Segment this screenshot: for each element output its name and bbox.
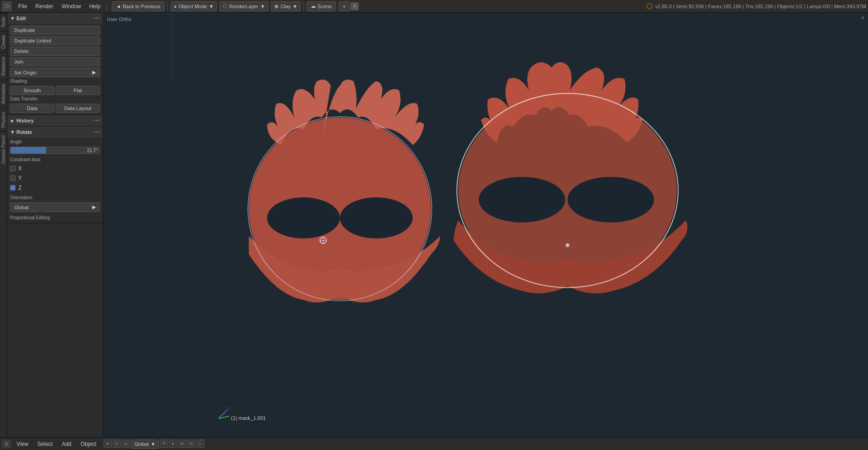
edit-section-header[interactable]: ▼ Edit ⋯ xyxy=(7,13,103,24)
scene-add-button[interactable]: + xyxy=(339,1,350,11)
sidebar-item-relations[interactable]: Relations xyxy=(0,53,7,79)
rotate-section-options[interactable]: ⋯ xyxy=(93,128,100,136)
smooth-button[interactable]: Smooth xyxy=(10,86,54,95)
menu-help[interactable]: Help xyxy=(85,2,104,11)
history-section-header[interactable]: ► History ⋯ xyxy=(7,115,103,126)
duplicate-button[interactable]: Duplicate xyxy=(10,26,100,35)
svg-line-16 xyxy=(219,409,228,418)
chevron-down-icon-3: ▼ xyxy=(293,4,298,9)
clay-icon: ◉ xyxy=(274,3,279,9)
mesh-label: (1) mask_1.001 xyxy=(231,415,266,421)
right-mask xyxy=(454,62,687,293)
orientation-label: Orientation xyxy=(10,195,100,200)
main-area: Tools Create Relations Animation Physics… xyxy=(0,13,868,437)
proportional-icon[interactable]: ◎ xyxy=(122,439,130,448)
axis-indicator: Y X xyxy=(216,407,230,421)
constraint-x-row: X xyxy=(10,164,100,173)
sidebar-item-animation[interactable]: Animation xyxy=(0,79,7,107)
svg-text:X: X xyxy=(230,414,230,418)
left-panel: ▼ Edit ⋯ Duplicate Duplicate Linked Dele… xyxy=(7,13,103,437)
left-mask xyxy=(248,79,440,302)
back-to-previous-button[interactable]: ◄ Back to Previous xyxy=(112,1,164,11)
rotate-section-header[interactable]: ▼ Rotate ⋯ xyxy=(7,127,103,138)
back-icon: ◄ xyxy=(116,4,121,9)
edit-section-title: ▼ Edit xyxy=(10,16,26,21)
separator-2 xyxy=(167,2,168,11)
sidebar-item-grease-pencil[interactable]: Grease Pencil xyxy=(0,131,7,168)
camera-icon[interactable]: ⊟ xyxy=(187,439,195,448)
transform-icon[interactable]: ⊕ xyxy=(104,439,112,448)
menu-window[interactable]: Window xyxy=(58,2,85,11)
data-button[interactable]: Data xyxy=(10,104,54,113)
origin-marker xyxy=(319,236,328,245)
bottom-view-menu[interactable]: View xyxy=(13,440,32,448)
viewport-shading-icon[interactable]: ● xyxy=(169,439,177,448)
sidebar-item-physics[interactable]: Physics xyxy=(0,108,7,131)
render-layer-dropdown[interactable]: ⬡ RenderLayer ▼ xyxy=(220,1,268,11)
overlay-icon[interactable]: ⧉ xyxy=(160,439,168,448)
constraint-x-label: X xyxy=(18,165,22,172)
set-origin-arrow: ▶ xyxy=(92,69,96,75)
join-button[interactable]: Join xyxy=(10,57,100,66)
rotate-section-content: Angle 21.7° Constraint Axis X Y xyxy=(7,138,103,223)
history-section-options[interactable]: ⋯ xyxy=(93,117,100,124)
set-origin-dropdown[interactable]: Set Origin ▶ xyxy=(10,68,100,77)
edit-section: ▼ Edit ⋯ Duplicate Duplicate Linked Dele… xyxy=(7,13,103,115)
history-section-title: ► History xyxy=(10,118,34,123)
viewport-icon[interactable]: ⊞ xyxy=(2,439,11,449)
angle-fill xyxy=(10,147,46,154)
constraint-z-checkbox[interactable] xyxy=(10,185,16,191)
blender-icon[interactable]: ⬡ xyxy=(2,1,12,11)
version-info: ⬡ v2.80.3 | Verts:92,596 | Faces:185,196… xyxy=(646,2,866,11)
data-layout-button[interactable]: Data Layout xyxy=(56,104,100,113)
constraint-x-checkbox[interactable] xyxy=(10,166,16,171)
angle-bar[interactable]: 21.7° xyxy=(10,147,100,154)
bottom-select-menu[interactable]: Select xyxy=(34,440,56,448)
svg-point-8 xyxy=(458,95,677,286)
duplicate-linked-button[interactable]: Duplicate Linked xyxy=(10,36,100,45)
constraint-y-checkbox[interactable] xyxy=(10,175,16,181)
shading-label: Shading: xyxy=(10,79,100,84)
rotate-section-title: ▼ Rotate xyxy=(10,129,32,135)
chevron-down-icon-2: ▼ xyxy=(260,4,265,9)
constraint-z-row: Z xyxy=(10,184,100,192)
constraint-axis-label: Constraint Axis xyxy=(10,157,100,162)
render-icon[interactable]: ▷ xyxy=(196,439,204,448)
global-dropdown[interactable]: Global ▼ xyxy=(131,439,159,449)
bottom-add-menu[interactable]: Add xyxy=(58,440,75,448)
data-transfer-label: Data Transfer: xyxy=(10,96,100,101)
scene-selector[interactable]: ☁ Scene xyxy=(307,1,336,11)
scene-close-button[interactable]: × xyxy=(350,2,359,11)
orientation-dropdown[interactable]: Global ▶ xyxy=(10,202,100,212)
svg-point-11 xyxy=(457,94,678,288)
svg-point-4 xyxy=(249,117,431,300)
constraint-z-label: Z xyxy=(18,185,21,191)
svg-point-6 xyxy=(340,197,413,238)
clay-dropdown[interactable]: ◉ Clay ▼ xyxy=(271,1,301,11)
viewport[interactable]: User Ortho xyxy=(103,13,868,437)
bottombar: ⊞ View Select Add Object ⊕ ⊡ ◎ Global ▼ … xyxy=(0,437,868,450)
proportional-editing-label: Proportional Editing xyxy=(10,215,100,220)
angle-value: 21.7° xyxy=(87,148,98,153)
shading-row: Smooth Flat xyxy=(10,86,100,95)
scene-icon: ☁ xyxy=(311,3,316,9)
rotate-section: ▼ Rotate ⋯ Angle 21.7° Constraint Axis X xyxy=(7,127,103,223)
sidebar-item-create[interactable]: Create xyxy=(0,31,7,53)
svg-point-12 xyxy=(566,244,570,247)
delete-button[interactable]: Delete xyxy=(10,47,100,56)
edit-section-options[interactable]: ⋯ xyxy=(93,15,100,22)
object-mode-icon: ● xyxy=(174,4,177,9)
bottom-object-menu[interactable]: Object xyxy=(77,440,100,448)
move-icon[interactable]: ⊞ xyxy=(178,439,186,448)
data-transfer-row: Data Data Layout xyxy=(10,104,100,113)
menu-render[interactable]: Render xyxy=(31,2,57,11)
angle-row: 21.7° xyxy=(10,147,100,154)
snap-icon[interactable]: ⊡ xyxy=(113,439,121,448)
svg-point-9 xyxy=(479,177,565,222)
bottombar-tool-icons: ⊕ ⊡ ◎ Global ▼ ⧉ ● ⊞ ⊟ ▷ xyxy=(104,439,204,449)
flat-button[interactable]: Flat xyxy=(56,86,100,95)
sidebar-item-tools[interactable]: Tools xyxy=(0,13,7,31)
object-mode-dropdown[interactable]: ● Object Mode ▼ xyxy=(171,1,217,11)
menu-file[interactable]: File xyxy=(15,2,31,11)
grid xyxy=(103,13,240,81)
